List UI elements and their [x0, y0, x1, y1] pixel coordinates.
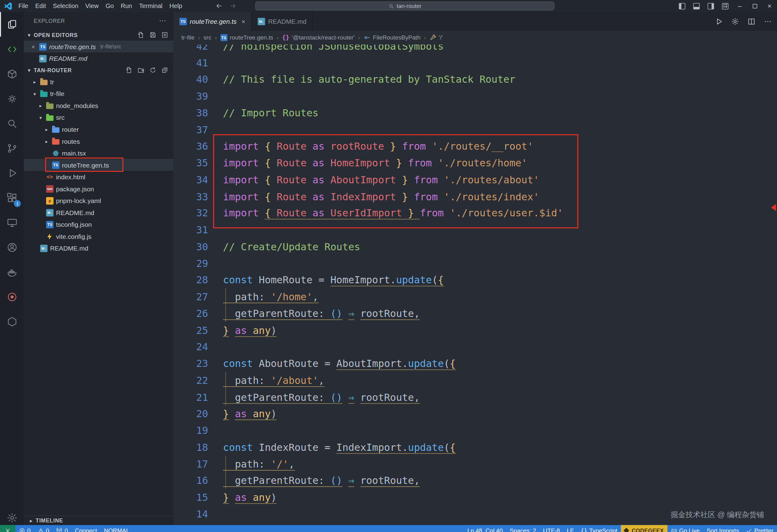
- new-untitled-file-icon[interactable]: [137, 31, 145, 38]
- collapse-folders-icon[interactable]: [161, 66, 169, 74]
- status-eol[interactable]: LF: [563, 525, 577, 532]
- file-README.md[interactable]: M↓README.md: [24, 207, 174, 219]
- status-prettier[interactable]: Prettier: [743, 525, 777, 532]
- code-editor[interactable]: 42// noinspection JSUnusedGlobalSymbols4…: [174, 44, 770, 525]
- new-folder-icon[interactable]: [137, 66, 145, 74]
- activity-source-control[interactable]: [0, 136, 24, 160]
- file-README.md[interactable]: M↓README.md: [24, 242, 174, 254]
- status-encoding[interactable]: UTF-8: [540, 525, 563, 532]
- activity-explorer[interactable]: [0, 12, 24, 37]
- status-codegeex[interactable]: CODEGEEX: [621, 525, 667, 532]
- menu-run[interactable]: Run: [117, 0, 135, 12]
- menu-file[interactable]: File: [15, 0, 32, 12]
- forward-arrow-icon[interactable]: [229, 2, 236, 9]
- file-tsconfig.json[interactable]: TStsconfig.json: [24, 219, 174, 231]
- status-remote-indicator[interactable]: [0, 525, 15, 532]
- status-warnings[interactable]: 0: [34, 525, 52, 532]
- save-all-icon[interactable]: [149, 31, 156, 38]
- menu-go[interactable]: Go: [102, 0, 117, 12]
- menu-selection[interactable]: Selection: [49, 0, 82, 12]
- breadcrumb-item[interactable]: tr-file: [182, 34, 195, 41]
- minimize-button[interactable]: –: [732, 0, 747, 12]
- status-cursor-position[interactable]: Ln 48, Col 40: [464, 525, 506, 532]
- split-editor-button[interactable]: [747, 17, 756, 25]
- status-errors[interactable]: 0: [15, 525, 34, 532]
- activity-codegeex-sidebar[interactable]: [0, 37, 24, 61]
- project-section-header[interactable]: ▾ TAN-ROUTER: [24, 64, 174, 76]
- toggle-sidebar-icon[interactable]: [679, 3, 685, 9]
- run-settings-button[interactable]: [731, 17, 739, 25]
- close-button[interactable]: ×: [762, 0, 777, 12]
- activity-accounts[interactable]: [0, 235, 24, 260]
- toggle-secondary-sidebar-icon[interactable]: [707, 3, 714, 9]
- more-actions-button[interactable]: [764, 17, 772, 25]
- status-connect[interactable]: Connect: [71, 525, 100, 532]
- breadcrumb-item[interactable]: src: [203, 34, 211, 41]
- menu-terminal[interactable]: Terminal: [135, 0, 166, 12]
- file-index.html[interactable]: <>index.html: [24, 171, 174, 183]
- folder-tr[interactable]: ▸tr: [24, 76, 174, 88]
- file-package.json[interactable]: npmpackage.json: [24, 183, 174, 195]
- file-pnpm-lock.yaml[interactable]: ppnpm-lock.yaml: [24, 195, 174, 207]
- activity-tool-settings[interactable]: [0, 86, 24, 111]
- new-file-icon[interactable]: [125, 66, 133, 74]
- file-vite.config.js[interactable]: vite.config.js: [24, 230, 174, 242]
- status-go-live[interactable]: Go Live: [667, 525, 703, 532]
- open-editor-item[interactable]: M↓README.md: [24, 52, 174, 64]
- code-line-28: 28const HomeRoute = HomeImport.update({: [174, 272, 770, 288]
- folder-routes[interactable]: ▸routes: [24, 135, 174, 147]
- run-file-button[interactable]: [714, 17, 723, 25]
- activity-sandbox[interactable]: [0, 61, 24, 86]
- customize-layout-icon[interactable]: [722, 3, 729, 9]
- close-icon[interactable]: ×: [241, 18, 245, 25]
- code-token: }: [396, 157, 408, 169]
- refresh-explorer-icon[interactable]: [149, 66, 156, 74]
- code-line-31: 31: [174, 222, 770, 238]
- activity-remote-explorer[interactable]: [0, 210, 24, 235]
- status-ports[interactable]: 0: [53, 525, 71, 532]
- activity-live-server[interactable]: [0, 284, 24, 309]
- activity-docker[interactable]: [0, 260, 24, 284]
- code-token: }: [402, 174, 414, 186]
- folder-node_modules[interactable]: ▸node_modules: [24, 100, 174, 112]
- status-sort-imports[interactable]: Sort Imports: [703, 525, 743, 532]
- folder-router[interactable]: ▸router: [24, 123, 174, 135]
- activity-search[interactable]: [0, 111, 24, 136]
- code-token: (: [444, 441, 450, 453]
- tab-routeTree.gen.ts[interactable]: TSrouteTree.gen.ts×: [174, 12, 252, 31]
- tab-README.md[interactable]: M↓README.md: [252, 12, 313, 31]
- status-indentation[interactable]: Spaces: 2: [506, 525, 540, 532]
- file-routeTree.gen.ts[interactable]: TSrouteTree.gen.ts: [24, 159, 174, 171]
- views-and-more-actions-icon[interactable]: [159, 17, 167, 25]
- breadcrumb-item[interactable]: '/': [429, 34, 443, 41]
- close-icon[interactable]: ×: [30, 43, 36, 50]
- timeline-section[interactable]: ▸ TIMELINE: [24, 516, 174, 525]
- breadcrumb-item[interactable]: TSrouteTree.gen.ts: [220, 34, 273, 41]
- code-token: HomeImport: [330, 274, 390, 286]
- menu-help[interactable]: Help: [166, 0, 186, 12]
- back-arrow-icon[interactable]: [215, 2, 222, 9]
- folder-tr-file[interactable]: ▾tr-file: [24, 88, 174, 100]
- menu-edit[interactable]: Edit: [32, 0, 49, 12]
- maximize-button[interactable]: [747, 0, 762, 12]
- code-token: {: [265, 190, 277, 203]
- activity-extensions[interactable]: 1: [0, 185, 24, 210]
- status-vim-mode[interactable]: NORMAL: [100, 525, 133, 532]
- open-editor-item[interactable]: ×TSrouteTree.gen.tstr-file\src: [24, 41, 174, 53]
- breadcrumb-item[interactable]: {}'@tanstack/react-router': [282, 34, 355, 41]
- search-icon: [388, 3, 394, 9]
- activity-run-and-debug[interactable]: [0, 160, 24, 185]
- overview-ruler-marker: [771, 204, 776, 211]
- command-center-search[interactable]: tan-router: [255, 2, 555, 10]
- code-text: const AboutRoute = AboutImport.update({: [223, 358, 456, 370]
- toggle-panel-icon[interactable]: [693, 3, 700, 9]
- file-main.tsx[interactable]: main.tsx: [24, 147, 174, 159]
- close-all-editors-icon[interactable]: [161, 31, 169, 38]
- activity-leetcode[interactable]: [0, 309, 24, 334]
- menu-view[interactable]: View: [82, 0, 102, 12]
- status-language-mode[interactable]: {}TypeScript: [577, 525, 621, 532]
- open-editors-header[interactable]: ▾ OPEN EDITORS: [24, 29, 174, 41]
- remote-explorer-icon: [6, 217, 18, 228]
- folder-src[interactable]: ▾src: [24, 111, 174, 123]
- breadcrumb-item[interactable]: FileRoutesByPath: [363, 34, 421, 41]
